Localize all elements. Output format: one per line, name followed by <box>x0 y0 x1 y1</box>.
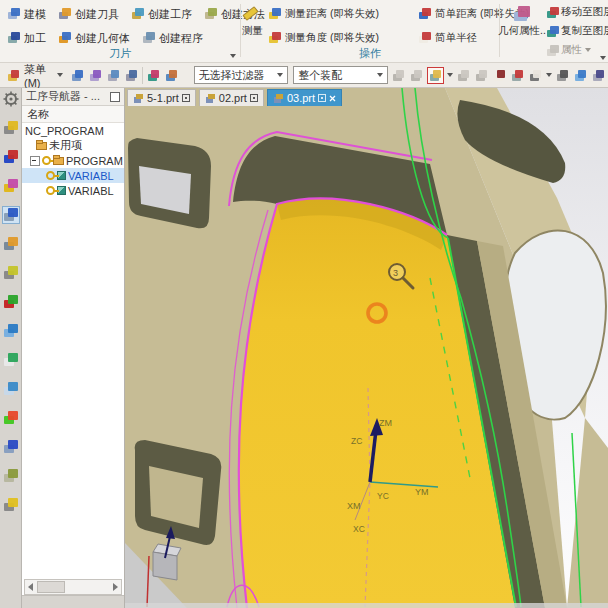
tab-window-icon[interactable] <box>182 94 190 102</box>
graphics-window[interactable]: ZM ZC YC YM XM XC 3 <box>125 88 608 608</box>
selection-scope-combo[interactable]: 整个装配 <box>293 66 388 84</box>
assembly-navigator-icon[interactable] <box>3 120 19 136</box>
select-body-icon[interactable] <box>124 68 139 83</box>
copy-to-layer-button[interactable]: 复制至图层 <box>543 21 608 40</box>
properties-button[interactable]: 属性 <box>543 40 608 59</box>
hd3d-tools-icon[interactable] <box>3 323 19 339</box>
tab-label: 03.prt <box>287 92 315 104</box>
select-curve-icon[interactable] <box>88 68 103 83</box>
rotate-disabled-icon[interactable] <box>474 68 489 83</box>
chevron-down-icon[interactable] <box>546 73 552 77</box>
tab-window-icon[interactable] <box>318 94 326 102</box>
redo-icon[interactable] <box>409 68 424 83</box>
roles-icon[interactable] <box>3 468 19 484</box>
show-hide-icon[interactable] <box>555 68 570 83</box>
key-icon <box>42 156 51 165</box>
axis-label-xm: XM <box>347 501 361 511</box>
close-icon[interactable] <box>329 95 336 102</box>
tree-row-variable-selected[interactable]: VARIABL <box>22 168 124 183</box>
undo-icon[interactable] <box>391 68 406 83</box>
horizontal-scrollbar[interactable] <box>24 579 122 595</box>
ribbon-group-operation: 测量 测量距离 (即将失效) 简单距离 (即将失效) 测量 <box>242 0 498 62</box>
machining-feature-navigator-icon[interactable] <box>3 236 19 252</box>
key-icon <box>46 171 55 180</box>
top-border-bar: 菜单(M) 无选择过滤器 整个装配 <box>0 63 608 88</box>
select-tool-icon[interactable] <box>70 68 85 83</box>
move-to-layer-button[interactable]: 移动至图层 <box>543 2 608 21</box>
menu-button[interactable]: 菜单(M) <box>2 60 67 91</box>
manufacturing-icon <box>7 31 21 45</box>
constraint-navigator-icon[interactable] <box>3 149 19 165</box>
operation-navigator-icon[interactable] <box>3 207 19 223</box>
tab-window-icon[interactable] <box>250 94 258 102</box>
chevron-down-icon[interactable] <box>230 54 236 58</box>
manufacturing-label: 加工 <box>24 31 46 46</box>
part-icon <box>273 93 284 104</box>
viewport-bottom-strip <box>125 603 608 608</box>
axis-label-yc: YC <box>377 491 389 501</box>
gear-icon[interactable] <box>3 91 19 107</box>
chevron-down-icon[interactable] <box>447 73 453 77</box>
geometry-properties-button[interactable]: 几何属性.. <box>501 0 543 59</box>
web-browser-icon[interactable] <box>3 352 19 368</box>
scroll-right-icon[interactable] <box>113 583 118 591</box>
panel-bottom-strip <box>22 595 124 608</box>
tab-03-prt-active[interactable]: 03.prt <box>267 89 342 106</box>
marquee-select-icon[interactable] <box>528 68 543 83</box>
copy-to-layer-label: 复制至图层 <box>561 24 608 38</box>
axis-label-ym: YM <box>415 487 429 497</box>
snap-end-icon[interactable] <box>164 68 179 83</box>
view-manager-icon[interactable] <box>3 294 19 310</box>
chevron-down-icon[interactable] <box>600 56 606 60</box>
tab-5-1-prt[interactable]: 5-1.prt <box>127 89 196 106</box>
shaded-view-icon[interactable] <box>573 68 588 83</box>
resource-sidebar <box>0 88 22 608</box>
create-geometry-button[interactable]: 创建几何体 <box>53 29 135 48</box>
selection-filter-combo[interactable]: 无选择过滤器 <box>194 66 289 84</box>
create-operation-button[interactable]: 创建工序 <box>126 5 197 24</box>
create-program-button[interactable]: 创建程序 <box>137 29 208 48</box>
manufacturing-button[interactable]: 加工 <box>2 29 51 48</box>
tree-label: PROGRAM <box>66 155 123 167</box>
move-to-layer-label: 移动至图层 <box>561 5 608 19</box>
scrollbar-thumb[interactable] <box>37 581 65 593</box>
system-scenes-icon[interactable] <box>3 497 19 513</box>
measure-button[interactable]: 测量 <box>242 0 263 50</box>
add-body-icon[interactable] <box>510 68 525 83</box>
measure-angle-button[interactable]: 测量角度 (即将失效) <box>263 29 411 47</box>
machining-wizard-icon[interactable] <box>3 439 19 455</box>
scroll-left-icon[interactable] <box>28 583 33 591</box>
part-icon <box>133 93 144 104</box>
point-on-curve-icon[interactable] <box>492 68 507 83</box>
magnifier-glyph: 3 <box>393 268 398 278</box>
snap-point-icon[interactable] <box>146 68 161 83</box>
tree-row-program[interactable]: PROGRAM <box>22 153 124 168</box>
axis-label-zc: ZC <box>351 436 362 446</box>
panel-pin-icon[interactable] <box>110 92 120 102</box>
measure-angle-label: 测量角度 (即将失效) <box>285 31 379 45</box>
folder-icon <box>36 142 47 150</box>
navigator-column-header[interactable]: 名称 <box>27 107 49 122</box>
chevron-down-icon <box>277 73 283 77</box>
history-icon[interactable] <box>3 381 19 397</box>
snap-disabled-icon[interactable] <box>456 68 471 83</box>
measure-ruler-icon <box>243 4 263 24</box>
expander-minus-icon[interactable] <box>30 156 40 166</box>
create-tool-button[interactable]: 创建刀具 <box>53 5 124 24</box>
modeling-button[interactable]: 建模 <box>2 5 51 24</box>
measure-distance-icon <box>268 7 282 21</box>
part-navigator-icon[interactable] <box>3 178 19 194</box>
reuse-library-icon[interactable] <box>3 265 19 281</box>
tree-row-nc-program[interactable]: NC_PROGRAM <box>22 123 124 138</box>
process-studio-icon[interactable] <box>3 410 19 426</box>
simple-radius-button[interactable]: 简单半径 <box>413 29 482 47</box>
tree-row-variable[interactable]: VARIABL <box>22 183 124 198</box>
axis-label-zm: ZM <box>379 418 392 428</box>
window-icon[interactable] <box>591 68 606 83</box>
select-face-icon[interactable] <box>106 68 121 83</box>
tree-row-unused[interactable]: 未用项 <box>22 138 124 153</box>
properties-icon <box>546 44 558 56</box>
highlight-command-icon[interactable] <box>427 67 444 84</box>
tab-02-prt[interactable]: 02.prt <box>199 89 264 106</box>
measure-distance-button[interactable]: 测量距离 (即将失效) <box>263 5 411 23</box>
